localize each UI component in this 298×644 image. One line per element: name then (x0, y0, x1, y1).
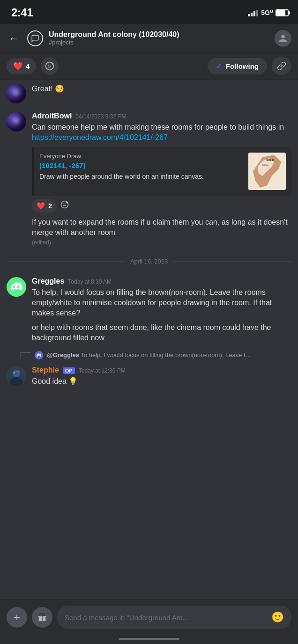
link-preview-source: Everyone Draw (39, 153, 244, 160)
map-thumbnail: SOLD RULE (248, 153, 286, 190)
followup-text: If you want to expand the rooms if u cla… (32, 218, 288, 236)
message-header: AdroitBowl 04/14/2023 9:32 PM (32, 112, 291, 120)
link-preview-title: (102141, -267) (39, 161, 244, 169)
message-partial: Great! 😏 (0, 80, 298, 107)
gift-icon (37, 612, 47, 622)
avatar (7, 112, 26, 132)
message-content: Stephie OP Today at 12:36 PM Good idea 💡 (32, 366, 291, 387)
status-icons: 5Gᵁ (248, 9, 289, 16)
signal-bars-icon (248, 9, 258, 16)
svg-point-9 (63, 204, 64, 205)
message-content: AdroitBowl 04/14/2023 9:32 PM Can someon… (32, 112, 291, 246)
channel-header: ← Underground Ant colony (102030/40) #pr… (0, 24, 298, 52)
stephie-avatar-image (7, 366, 26, 386)
divider-text: April 16, 2023 (130, 258, 168, 265)
heart-reaction-pill[interactable]: ❤️ 2 (32, 199, 57, 212)
message-text: Great! 😏 (32, 85, 64, 93)
svg-point-16 (13, 372, 15, 373)
reply-line-icon (20, 352, 31, 359)
date-divider: April 16, 2023 (0, 250, 298, 272)
member-icon-button[interactable] (275, 30, 291, 47)
message-input-field[interactable]: Send a message in "Underground Ant... 🙂 (57, 606, 291, 629)
message-stephie-wrapper: @Greggles To help, I would focus on fill… (0, 348, 298, 391)
svg-point-14 (13, 370, 20, 377)
add-reaction-small-button[interactable] (60, 200, 69, 211)
svg-text:SOLD: SOLD (266, 159, 274, 161)
divider-line (173, 261, 291, 262)
reply-discord-icon (35, 351, 43, 359)
edited-label: (edited) (32, 239, 291, 246)
username: Greggles (32, 277, 64, 285)
divider-line (7, 261, 125, 262)
svg-point-2 (51, 65, 52, 66)
following-button[interactable]: ✓ Following (208, 58, 267, 74)
svg-point-17 (18, 371, 20, 372)
status-time: 2:41 (11, 6, 33, 19)
message-toolbar: ❤️ 4 ✓ Following (0, 52, 298, 80)
message-text: Good idea 💡 (32, 376, 291, 387)
messages-area: Great! 😏 AdroitBowl 04/14/2023 9:32 PM C… (0, 80, 298, 396)
channel-info: Underground Ant colony (102030/40) #proj… (49, 30, 269, 46)
message-text-1: To help, I would focus on filling the br… (32, 287, 291, 319)
back-button[interactable]: ← (7, 30, 22, 47)
checkmark-icon: ✓ (216, 62, 222, 71)
link-preview: Everyone Draw (102141, -267) Draw with p… (32, 147, 291, 196)
message-stephie: Stephie OP Today at 12:36 PM Good idea 💡 (0, 361, 298, 391)
reply-context: @Greggles To help, I would focus on fill… (0, 351, 298, 361)
op-badge: OP (63, 367, 75, 374)
plus-icon: + (14, 611, 20, 624)
input-placeholder: Send a message in "Underground Ant... (65, 614, 188, 622)
username: Stephie (32, 366, 59, 374)
message-content: Greggles Today at 8:30 AM To help, I wou… (32, 277, 291, 344)
emoji-picker-button[interactable]: 🙂 (271, 611, 284, 623)
message-text-2: or help with rooms that seem done, like … (32, 322, 291, 344)
username: AdroitBowl (32, 112, 72, 120)
link-preview-image: SOLD RULE (248, 153, 286, 190)
timestamp: Today at 12:36 PM (79, 367, 126, 374)
message-content: Great! 😏 (32, 84, 291, 94)
heart-count: 4 (26, 62, 30, 70)
reaction-count: 2 (48, 202, 52, 210)
status-bar: 2:41 5Gᵁ (0, 0, 298, 24)
message-greggles: Greggles Today at 8:30 AM To help, I wou… (0, 272, 298, 348)
network-label: 5Gᵁ (261, 9, 273, 16)
following-label: Following (226, 62, 259, 70)
link-preview-desc: Draw with people around the world on an … (39, 172, 244, 182)
message-input-bar: + Send a message in "Underground Ant... … (0, 600, 298, 644)
svg-point-1 (48, 65, 49, 66)
reply-username: @Greggles (47, 351, 79, 359)
heart-reaction-button[interactable]: ❤️ 4 (7, 58, 36, 74)
discord-logo-icon (10, 282, 22, 292)
link-preview-content: Everyone Draw (102141, -267) Draw with p… (39, 153, 244, 182)
avatar (7, 277, 26, 297)
avatar (7, 366, 26, 386)
svg-text:RULE: RULE (262, 163, 269, 166)
message-link[interactable]: https://everyonedraw.com/4/102141/-267 (32, 133, 168, 141)
timestamp: Today at 8:30 AM (68, 278, 112, 285)
reactions: ❤️ 2 (32, 199, 291, 212)
heart-icon: ❤️ (37, 202, 45, 210)
svg-point-10 (65, 204, 66, 205)
timestamp: 04/14/2023 9:32 PM (75, 113, 126, 120)
message-text: Can someone help me with making these ro… (32, 122, 291, 143)
avatar (7, 84, 26, 103)
message-adroitbowl: AdroitBowl 04/14/2023 9:32 PM Can someon… (0, 107, 298, 250)
add-reaction-button[interactable] (41, 57, 59, 75)
channel-icon (27, 30, 43, 46)
battery-icon (276, 9, 289, 16)
message-header: Greggles Today at 8:30 AM (32, 277, 291, 285)
channel-name: Underground Ant colony (102030/40) (49, 30, 269, 39)
share-link-button[interactable] (272, 57, 291, 75)
home-indicator (119, 638, 179, 640)
reply-text: @Greggles To help, I would focus on fill… (47, 351, 253, 359)
message-header: Stephie OP Today at 12:36 PM (32, 366, 291, 374)
heart-icon: ❤️ (13, 61, 23, 71)
gift-button[interactable] (32, 607, 52, 628)
channel-sub: #projects (49, 39, 269, 46)
add-content-button[interactable]: + (7, 607, 27, 628)
